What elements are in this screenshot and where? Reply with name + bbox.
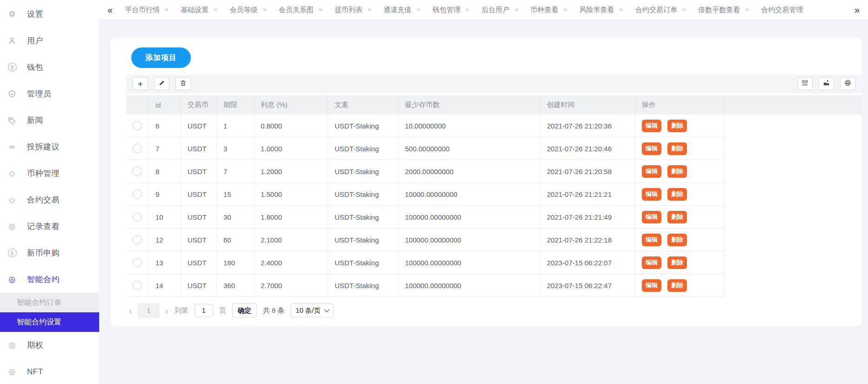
tab[interactable]: 通道充值×	[384, 6, 420, 14]
tab-close-icon[interactable]: ×	[319, 6, 323, 13]
cell-term: 180	[216, 251, 254, 274]
sidebar-item[interactable]: ⚙设置	[0, 1, 99, 27]
pencil-button[interactable]	[154, 77, 169, 90]
collapse-right-icon[interactable]: »	[855, 5, 860, 14]
delete-button[interactable]: 删除	[667, 165, 687, 178]
row-radio-button[interactable]	[133, 121, 142, 130]
sidebar-item[interactable]: ◇币种管理	[0, 160, 99, 187]
prev-page-icon[interactable]: ‹	[129, 306, 132, 315]
sidebar-item[interactable]: ∞投拆建议	[0, 134, 99, 160]
cell-text: USDT-Staking	[328, 229, 398, 251]
tab[interactable]: 合约交易管理	[761, 6, 803, 14]
confirm-button[interactable]: 确定	[232, 303, 257, 317]
sidebar-item[interactable]: $新币申购	[0, 240, 99, 266]
tab[interactable]: 风险率查看×	[579, 6, 623, 14]
tab-close-icon[interactable]: ×	[465, 6, 469, 13]
sidebar-subitem[interactable]: 智能合约设置	[0, 312, 99, 332]
tab-close-icon[interactable]: ×	[682, 6, 686, 13]
row-radio-button[interactable]	[133, 258, 142, 267]
cell-text: USDT-Staking	[328, 160, 398, 182]
edit-button[interactable]: 编辑	[642, 142, 661, 155]
tab-close-icon[interactable]: ×	[745, 6, 749, 13]
delete-button[interactable]: 删除	[667, 211, 687, 223]
edit-button[interactable]: 编辑	[642, 165, 661, 178]
edit-button[interactable]: 编辑	[642, 234, 661, 246]
header-cell: 创建时间	[540, 95, 635, 115]
tab[interactable]: 基础设置×	[181, 6, 217, 14]
cell-term: 60	[216, 229, 254, 251]
table-zone: + id交易币期限利息 (%)文案最少存币数创建时间操作 6USDT10.800…	[126, 74, 862, 317]
row-radio-button[interactable]	[133, 144, 142, 153]
cell-created: 2021-07-26 21:20:58	[540, 160, 635, 182]
columns-button[interactable]	[797, 77, 813, 90]
tab-close-icon[interactable]: ×	[368, 6, 371, 13]
admin-page: ⚙设置用户$钱包管理员新闻∞投拆建议◇币种管理◇合约交易◎记录查看$新币申购◎智…	[0, 0, 868, 384]
sidebar-item-label: 投拆建议	[27, 141, 60, 152]
cell-text: USDT-Staking	[328, 274, 398, 296]
edit-button[interactable]: 编辑	[642, 211, 661, 223]
tab-close-icon[interactable]: ×	[417, 6, 420, 13]
sidebar-item[interactable]: 新闻	[0, 107, 99, 134]
plus-button[interactable]: +	[133, 77, 148, 90]
add-project-button[interactable]: 添加项目	[131, 47, 191, 68]
tab-close-icon[interactable]: ×	[514, 6, 518, 13]
sidebar-item[interactable]: ◎NFT	[0, 358, 99, 384]
page-number-input[interactable]	[195, 304, 213, 317]
row-radio-button[interactable]	[133, 235, 142, 244]
sidebar-item[interactable]: ◎期权	[0, 332, 99, 358]
tab-close-icon[interactable]: ×	[619, 6, 623, 13]
row-radio-button[interactable]	[133, 281, 142, 290]
next-page-icon[interactable]: ›	[165, 306, 168, 315]
page-size-select[interactable]: 10 条/页	[290, 303, 333, 317]
cell-text: USDT-Staking	[328, 251, 398, 274]
sidebar-item[interactable]: 用户	[0, 27, 99, 54]
sidebar-item-label: NFT	[27, 367, 43, 377]
header-cell: id	[148, 95, 181, 115]
tab[interactable]: 会员关系图×	[279, 6, 323, 14]
tab-close-icon[interactable]: ×	[564, 6, 567, 13]
tab[interactable]: 平台币行情×	[125, 6, 168, 14]
row-select-cell	[126, 137, 148, 160]
row-select-cell	[126, 183, 148, 205]
tab[interactable]: 合约交易订单×	[635, 6, 686, 14]
sidebar-item[interactable]: ◎记录查看	[0, 213, 99, 240]
cell-coin: USDT	[181, 115, 216, 137]
print-icon	[844, 80, 851, 88]
delete-button[interactable]: 删除	[667, 120, 687, 132]
print-button[interactable]	[840, 77, 855, 90]
delete-button[interactable]: 删除	[667, 234, 687, 246]
tab-close-icon[interactable]: ×	[263, 6, 267, 13]
delete-button[interactable]: 删除	[667, 188, 687, 201]
edit-button[interactable]: 编辑	[642, 120, 661, 132]
current-page-button[interactable]: 1	[138, 303, 159, 317]
row-radio-button[interactable]	[133, 167, 142, 176]
tab[interactable]: 会员等级×	[230, 6, 267, 14]
cell-coin: USDT	[181, 251, 216, 274]
trash-button[interactable]	[175, 77, 191, 90]
tab-close-icon[interactable]: ×	[165, 6, 168, 13]
tab[interactable]: 倍数手数查看×	[698, 6, 749, 14]
row-radio-button[interactable]	[133, 189, 142, 199]
delete-button[interactable]: 删除	[667, 256, 687, 269]
sidebar-subitem[interactable]: 智能合约订单	[0, 293, 99, 312]
cell-created: 2021-07-26 21:20:36	[540, 115, 635, 137]
tab[interactable]: 钱包管理×	[432, 6, 469, 14]
tab-bar: « 平台币行情×基础设置×会员等级×会员关系图×提币列表×通道充值×钱包管理×后…	[99, 0, 868, 20]
edit-button[interactable]: 编辑	[642, 279, 661, 292]
export-button[interactable]	[819, 77, 834, 90]
tab[interactable]: 提币列表×	[335, 6, 371, 14]
cell-term: 1	[216, 115, 254, 137]
row-radio-button[interactable]	[133, 212, 142, 222]
sidebar-item[interactable]: $钱包	[0, 54, 99, 81]
tab-close-icon[interactable]: ×	[214, 6, 217, 13]
edit-button[interactable]: 编辑	[642, 256, 661, 269]
delete-button[interactable]: 删除	[667, 142, 687, 155]
tab[interactable]: 币种查看×	[531, 6, 567, 14]
sidebar-item[interactable]: ◎智能合约	[0, 266, 99, 293]
sidebar-item[interactable]: ◇合约交易	[0, 187, 99, 213]
collapse-left-icon[interactable]: «	[108, 5, 113, 14]
tab[interactable]: 后台用户×	[481, 6, 518, 14]
sidebar-item[interactable]: 管理员	[0, 81, 99, 107]
delete-button[interactable]: 删除	[667, 279, 687, 292]
edit-button[interactable]: 编辑	[642, 188, 661, 201]
